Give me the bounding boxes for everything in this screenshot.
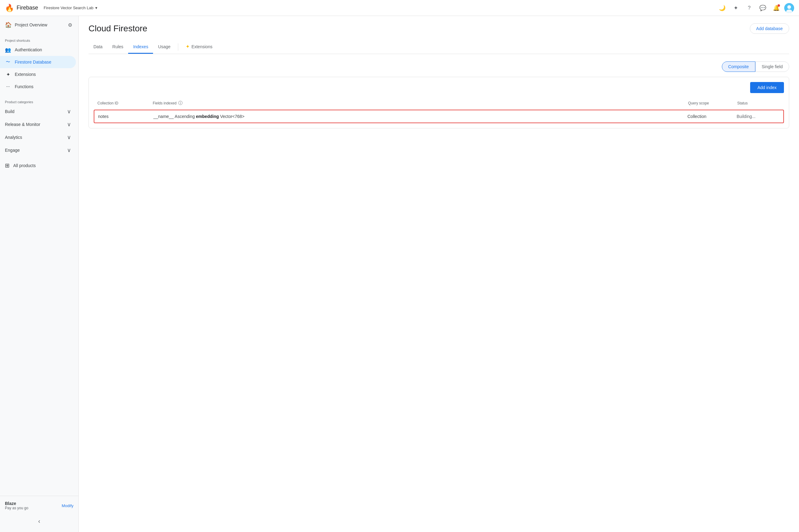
shortcuts-section: Project shortcuts 👥 Authentication 〜 Fir… [0, 34, 78, 95]
all-products-icon: ⊞ [5, 162, 10, 169]
content-header: Cloud Firestore Add database [89, 23, 789, 34]
field-name-text: __name__ [153, 114, 174, 119]
sidebar-item-authentication-label: Authentication [15, 47, 42, 52]
row-query-scope: Collection [687, 114, 737, 119]
table-row[interactable]: notes __name__ Ascending embedding Vecto… [94, 110, 784, 123]
fields-info-icon[interactable]: ⓘ [178, 100, 183, 106]
top-header: 🔥 Firebase Firestore Vector Search Lab ▾… [0, 0, 799, 16]
tab-data-label: Data [93, 44, 103, 49]
table-header: Collection ID Fields indexed ⓘ Query sco… [94, 98, 784, 109]
tab-extensions-label: Extensions [191, 44, 212, 49]
firebase-label: Firebase [17, 5, 38, 11]
help-icon: ? [748, 5, 751, 11]
notification-button[interactable]: 🔔 [771, 2, 782, 14]
project-overview-item[interactable]: 🏠 Project Overview [5, 18, 67, 31]
field-embedding-text: embedding [196, 114, 219, 119]
all-products-label: All products [13, 163, 36, 168]
sidebar-top: 🏠 Project Overview ⚙ [0, 16, 78, 34]
tabs: Data Rules Indexes Usage ✦ Extensions [89, 40, 789, 54]
col-header-collection-id: Collection ID [97, 101, 153, 106]
collapse-icon: ‹ [38, 517, 40, 525]
avatar-image [784, 3, 794, 13]
row-fields-indexed: __name__ Ascending embedding Vector<768> [153, 114, 687, 119]
page-title: Cloud Firestore [89, 24, 147, 34]
extensions-icon: ✦ [5, 71, 11, 77]
sidebar-item-firestore-label: Firestore Database [15, 60, 51, 64]
tab-rules-label: Rules [112, 44, 124, 49]
category-engage[interactable]: Engage ∨ [0, 144, 76, 157]
tab-divider [178, 43, 178, 51]
composite-filter-button[interactable]: Composite [722, 61, 755, 72]
sidebar-item-functions[interactable]: ⋯ Functions [0, 80, 76, 93]
tab-indexes[interactable]: Indexes [128, 41, 153, 54]
categories-section: Product categories Build ∨ Release & Mon… [0, 95, 78, 159]
tab-indexes-label: Indexes [133, 44, 148, 49]
header-right: 🌙 ✦ ? 💬 🔔 [717, 2, 794, 14]
col-header-status: Status [737, 101, 780, 106]
index-filter-controls: Composite Single field [89, 61, 789, 72]
add-database-button[interactable]: Add database [750, 23, 789, 34]
shortcuts-label: Project shortcuts [0, 36, 78, 44]
plan-row: Blaze Pay as you go Modify [5, 501, 73, 510]
dark-mode-button[interactable]: 🌙 [717, 2, 728, 14]
sidebar: 🏠 Project Overview ⚙ Project shortcuts 👥… [0, 16, 79, 532]
tab-rules[interactable]: Rules [108, 41, 128, 54]
categories-label: Product categories [0, 98, 78, 105]
single-field-filter-button[interactable]: Single field [755, 61, 789, 72]
tab-usage[interactable]: Usage [153, 41, 175, 54]
sidebar-item-firestore[interactable]: 〜 Firestore Database [0, 56, 76, 68]
build-chevron-icon: ∨ [67, 108, 71, 115]
firebase-flame-icon: 🔥 [5, 4, 14, 12]
settings-button[interactable]: ⚙ [67, 21, 73, 29]
category-release[interactable]: Release & Monitor ∨ [0, 118, 76, 131]
tab-data[interactable]: Data [89, 41, 108, 54]
row-collection-id: notes [98, 114, 153, 119]
sidebar-item-functions-label: Functions [15, 84, 34, 89]
category-release-label: Release & Monitor [5, 122, 40, 127]
field-ascending-text: Ascending [174, 114, 196, 119]
main-layout: 🏠 Project Overview ⚙ Project shortcuts 👥… [0, 16, 799, 532]
sparkle-button[interactable]: ✦ [730, 2, 741, 14]
dark-mode-icon: 🌙 [719, 5, 726, 11]
firestore-icon: 〜 [5, 59, 11, 65]
sidebar-item-authentication[interactable]: 👥 Authentication [0, 44, 76, 56]
add-index-area: Add index [94, 82, 784, 93]
col-header-query-scope: Query scope [688, 101, 737, 106]
extensions-tab-icon: ✦ [186, 44, 190, 50]
category-analytics[interactable]: Analytics ∨ [0, 131, 76, 144]
functions-icon: ⋯ [5, 83, 11, 90]
project-name: Firestore Vector Search Lab [44, 5, 93, 10]
modify-plan-button[interactable]: Modify [62, 504, 73, 508]
sidebar-plan: Blaze Pay as you go Modify [0, 496, 78, 515]
firebase-logo: 🔥 Firebase [5, 4, 38, 12]
sidebar-item-extensions-label: Extensions [15, 72, 36, 77]
add-index-button[interactable]: Add index [750, 82, 784, 93]
category-build[interactable]: Build ∨ [0, 105, 76, 118]
category-engage-label: Engage [5, 148, 20, 153]
all-products-item[interactable]: ⊞ All products [0, 159, 78, 172]
sidebar-item-extensions[interactable]: ✦ Extensions [0, 68, 76, 80]
authentication-icon: 👥 [5, 47, 11, 53]
col-header-fields-indexed: Fields indexed ⓘ [153, 100, 688, 106]
index-table-container: Add index Collection ID Fields indexed ⓘ… [89, 77, 789, 128]
tab-usage-label: Usage [158, 44, 170, 49]
user-avatar[interactable] [784, 3, 794, 13]
release-chevron-icon: ∨ [67, 121, 71, 128]
help-button[interactable]: ? [744, 2, 755, 14]
sparkle-icon: ✦ [733, 5, 738, 11]
collapse-sidebar-button[interactable]: ‹ [0, 515, 78, 527]
plan-type: Pay as you go [5, 506, 28, 510]
plan-info: Blaze Pay as you go [5, 501, 28, 510]
tab-extensions[interactable]: ✦ Extensions [181, 40, 217, 54]
svg-point-1 [787, 5, 791, 9]
field-vector-text: Vector<768> [220, 114, 244, 119]
category-build-label: Build [5, 109, 15, 114]
home-icon: 🏠 [5, 21, 12, 28]
analytics-chevron-icon: ∨ [67, 134, 71, 141]
chat-button[interactable]: 💬 [757, 2, 768, 14]
project-selector[interactable]: Firestore Vector Search Lab ▾ [41, 4, 100, 11]
project-overview-label: Project Overview [15, 22, 47, 27]
main-content: Cloud Firestore Add database Data Rules … [79, 16, 799, 532]
header-left: 🔥 Firebase Firestore Vector Search Lab ▾ [5, 4, 100, 12]
row-status: Building... [737, 114, 780, 119]
